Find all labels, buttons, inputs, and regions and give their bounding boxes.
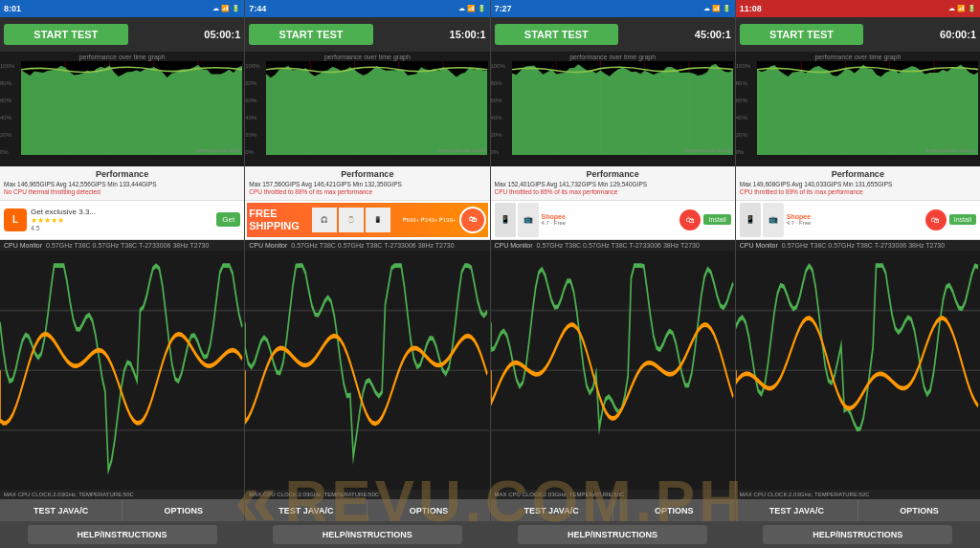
shopee-circle-logo: 🛍 xyxy=(679,209,701,230)
ad-get-button[interactable]: Get xyxy=(216,212,240,227)
status-icons: ☁ 📶 🔋 xyxy=(458,5,486,12)
help-button[interactable]: HELP/INSTRUCTIONS xyxy=(763,525,952,544)
graph-svg xyxy=(512,61,733,155)
ad-rating: 4.5 xyxy=(31,225,212,231)
perf-stats: Max 146,965GIPS Avg 142,556GIPS Min 133,… xyxy=(4,181,240,188)
graph-y-labels: 100% 80% 60% 40% 20% 0% xyxy=(245,61,259,157)
perf-stats: Max 152,401GIPS Avg 141,732GIPS Min 129,… xyxy=(495,181,731,188)
time-label: time(interval 30s) xyxy=(196,147,240,153)
perf-graph-area: performance over time graph 100% 80% 60%… xyxy=(0,52,244,166)
test-java-button[interactable]: TEST JAVA/C xyxy=(0,500,122,521)
start-test-button[interactable]: START TEST xyxy=(740,24,864,45)
ad-stars: ★★★★★ xyxy=(31,216,212,225)
help-row: HELP/INSTRUCTIONS xyxy=(0,521,244,548)
y-100: 100% xyxy=(491,63,505,69)
perf-title: Performance xyxy=(4,169,240,181)
bottom-buttons: TEST JAVA/C OPTIONS xyxy=(736,499,980,521)
help-button[interactable]: HELP/INSTRUCTIONS xyxy=(518,525,707,544)
perf-throttle: CPU throttled to 88% of its max performa… xyxy=(249,188,485,196)
graph-y-labels: 100% 80% 60% 40% 20% 0% xyxy=(736,61,750,157)
shopee-info: Shopee 4.7 · Free xyxy=(787,213,923,226)
ad-banner: L Get exclusive 3.3... ★★★★★ 4.5 Get xyxy=(0,200,244,240)
cpu-monitor-header: CPU Monitor 0.57GHz T38C 0.57GHz T38C T-… xyxy=(736,240,980,251)
shopee-product-imgs: 📱 📺 xyxy=(740,203,784,237)
cpu-footer: MAX CPU CLOCK:2.03GHz, TEMPERATURE:52C xyxy=(736,490,980,499)
options-button[interactable]: OPTIONS xyxy=(368,500,489,521)
start-test-button[interactable]: START TEST xyxy=(249,24,373,45)
ad-banner: 📱 📺 Shopee 4.7 · Free 🛍 Install xyxy=(736,200,980,240)
shopee-install-button[interactable]: Install xyxy=(949,214,976,225)
perf-throttle: CPU throttled to 86% of its max performa… xyxy=(495,188,731,196)
y-80: 80% xyxy=(491,80,505,86)
graph-label: performance over time graph xyxy=(814,54,901,60)
help-button[interactable]: HELP/INSTRUCTIONS xyxy=(28,525,217,544)
test-java-button[interactable]: TEST JAVA/C xyxy=(736,500,858,521)
bottom-buttons: TEST JAVA/C OPTIONS xyxy=(245,499,489,521)
help-row: HELP/INSTRUCTIONS xyxy=(491,521,735,548)
start-test-button[interactable]: START TEST xyxy=(4,24,128,45)
options-button[interactable]: OPTIONS xyxy=(122,500,244,521)
shopee-items: 🎧 ⌚ 📱 xyxy=(302,208,400,232)
product-img-2: 📺 xyxy=(518,203,539,237)
graph-canvas: time(interval 5min) xyxy=(512,61,733,155)
lazada-icon: L xyxy=(4,208,27,231)
y-0: 0% xyxy=(245,149,259,155)
status-time: 11:08 xyxy=(740,4,762,13)
shopee-rating-text: 4.7 · Free xyxy=(787,220,923,226)
perf-text-area: Performance Max 157,560GIPS Avg 146,421G… xyxy=(245,166,489,200)
start-test-button[interactable]: START TEST xyxy=(495,24,619,45)
ad-lazada: L Get exclusive 3.3... ★★★★★ 4.5 Get xyxy=(2,206,242,233)
shopee-product-imgs: 📱 📺 xyxy=(495,203,539,237)
cpu-freq-label: 0.57GHz T38C 0.57GHz T38C T-2733006 38Hz… xyxy=(537,242,700,249)
perf-text-area: Performance Max 152,401GIPS Avg 141,732G… xyxy=(491,166,735,200)
test-row: START TEST 60:00:1 xyxy=(736,17,980,52)
cpu-footer: MAX CPU CLOCK:2.03GHz, TEMPERATURE:50C xyxy=(0,490,244,499)
cpu-freq-label: 0.57GHz T38C 0.57GHz T38C T-2733006 38Hz… xyxy=(46,242,209,249)
test-java-button[interactable]: TEST JAVA/C xyxy=(491,500,613,521)
shopee-name: Shopee xyxy=(787,213,923,220)
phone-panel-3: 7:27 ☁ 📶 🔋 START TEST 45:00:1 performanc… xyxy=(491,0,736,548)
phone-panel-4: 11:08 ☁ 📶 🔋 START TEST 60:00:1 performan… xyxy=(736,0,980,548)
cpu-monitor: CPU Monitor 0.57GHz T38C 0.57GHz T38C T-… xyxy=(245,240,489,499)
options-button[interactable]: OPTIONS xyxy=(858,500,980,521)
time-label: time(interval 10min) xyxy=(925,147,976,153)
perf-title: Performance xyxy=(249,169,485,181)
graph-svg xyxy=(21,61,242,155)
cpu-graph-area xyxy=(0,251,244,490)
cpu-graph-svg xyxy=(736,251,980,490)
battery-icon: 🔋 xyxy=(968,5,976,12)
y-100: 100% xyxy=(245,63,259,69)
ad-shopee-product: 📱 📺 Shopee 4.7 · Free 🛍 Install xyxy=(738,203,978,237)
help-button[interactable]: HELP/INSTRUCTIONS xyxy=(273,525,462,544)
phone-panel-2: 7:44 ☁ 📶 🔋 START TEST 15:00:1 performanc… xyxy=(245,0,490,548)
timer: 60:00:1 xyxy=(867,29,976,40)
shopee-item-1: 🎧 xyxy=(312,208,337,232)
ad-shopee-free: FREESHIPPING 🎧 ⌚ 📱 ₱699+ ₱249+ ₱199+ 🛍 xyxy=(247,203,487,237)
perf-throttle: CPU throttled to 89% of its max performa… xyxy=(740,188,976,196)
options-button[interactable]: OPTIONS xyxy=(613,500,735,521)
graph-label: performance over time graph xyxy=(79,54,166,60)
y-60: 60% xyxy=(0,98,14,103)
test-java-button[interactable]: TEST JAVA/C xyxy=(245,500,368,521)
y-40: 40% xyxy=(491,115,505,121)
battery-icon: 🔋 xyxy=(478,5,486,12)
cpu-graph-svg xyxy=(0,251,244,490)
graph-svg xyxy=(757,61,978,155)
y-40: 40% xyxy=(0,115,14,121)
y-0: 0% xyxy=(491,149,505,155)
help-row: HELP/INSTRUCTIONS xyxy=(245,521,489,548)
timer: 05:00:1 xyxy=(132,29,241,40)
perf-graph-area: performance over time graph 100% 80% 60%… xyxy=(245,52,489,166)
bottom-buttons: TEST JAVA/C OPTIONS xyxy=(491,499,735,521)
graph-label: performance over time graph xyxy=(324,54,411,60)
product-img-1: 📱 xyxy=(740,203,761,237)
graph-canvas: time(interval 30s) xyxy=(21,61,242,155)
y-40: 40% xyxy=(736,115,750,121)
shopee-install-button[interactable]: Install xyxy=(703,214,730,225)
shopee-free-ship-text: FREESHIPPING xyxy=(249,208,300,230)
shopee-name: Shopee xyxy=(542,213,678,220)
battery-icon: 🔋 xyxy=(232,5,240,12)
cpu-monitor-label: CPU Monitor xyxy=(740,242,778,249)
y-40: 40% xyxy=(245,115,259,121)
cpu-graph-svg xyxy=(245,251,489,490)
